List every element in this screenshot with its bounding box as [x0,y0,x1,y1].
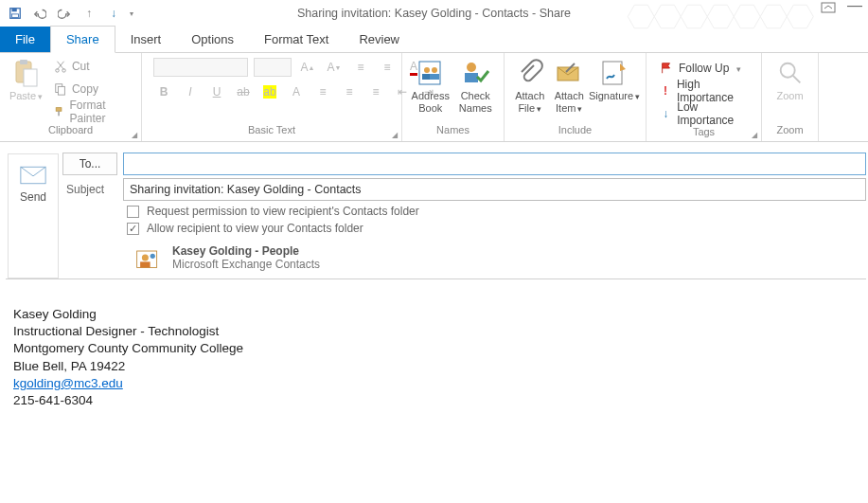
cut-icon [54,60,67,73]
next-item-button[interactable]: ↓ [102,2,125,25]
minimize-button[interactable]: — [845,2,864,16]
svg-point-29 [780,63,794,78]
svg-rect-13 [24,69,37,86]
bullets-button[interactable]: ≡ [350,58,371,77]
ribbon-display-options[interactable] [819,2,838,16]
copy-button[interactable]: Copy [50,79,135,99]
low-importance-button[interactable]: ↓ Low Importance [656,103,752,124]
svg-rect-33 [140,261,151,267]
font-selector[interactable] [153,58,248,77]
tab-insert[interactable]: Insert [115,27,177,52]
envelope-icon [20,166,46,185]
undo-button[interactable] [28,2,51,25]
svg-rect-18 [56,108,62,112]
shrink-font-button[interactable]: A▼ [324,58,345,77]
attach-item-button[interactable]: Attach Item [550,56,590,114]
underline-button[interactable]: U [206,82,227,101]
clear-format-button[interactable]: A [286,82,307,101]
bold-button[interactable]: B [153,82,174,101]
svg-point-34 [151,254,155,259]
strike-button[interactable]: ab [233,82,254,101]
allow-recipient-checkbox[interactable] [127,223,139,235]
signature-icon [599,58,629,88]
svg-rect-8 [12,9,17,12]
allow-recipient-label: Allow recipient to view your Contacts fo… [147,222,363,235]
signature-addr: Blue Bell, PA 19422 [13,358,868,375]
group-basic-text-label: Basic Text [248,124,295,135]
tab-options[interactable]: Options [176,27,249,52]
svg-rect-12 [20,60,27,64]
message-body[interactable]: Kasey Golding Instructional Designer - T… [0,279,868,409]
file-tab[interactable]: File [0,27,50,52]
svg-rect-24 [430,74,439,80]
follow-up-button[interactable]: Follow Up [656,58,752,79]
clipboard-dialog-launcher[interactable]: ◢ [132,131,137,139]
signature-phone: 215-641-6304 [13,392,868,409]
attach-item-icon [554,58,584,88]
svg-point-23 [432,67,437,73]
svg-point-25 [467,63,476,72]
italic-button[interactable]: I [180,82,201,101]
svg-rect-28 [603,62,622,84]
tab-share[interactable]: Share [50,26,115,53]
tab-format-text[interactable]: Format Text [249,27,344,52]
align-left-button[interactable]: ≡ [312,82,333,101]
zoom-icon [775,58,806,88]
follow-up-label: Follow Up [679,62,729,75]
group-include-label: Include [510,124,640,141]
format-painter-button[interactable]: Format Painter [50,101,135,122]
copy-icon [54,82,67,96]
font-size-selector[interactable] [254,58,292,77]
address-book-button[interactable]: Address Book [408,56,453,114]
prev-item-button[interactable]: ↑ [78,2,100,25]
signature-button[interactable]: Signature [589,56,640,102]
low-importance-label: Low Importance [677,100,748,127]
to-button[interactable]: To... [62,153,117,175]
address-book-label: Address Book [410,90,452,114]
tab-review[interactable]: Review [344,27,415,52]
to-input[interactable] [123,153,866,175]
svg-point-32 [142,255,149,261]
paste-button[interactable]: Paste [6,56,46,102]
attach-file-button[interactable]: Attach File [510,56,550,114]
flag-icon [660,62,673,75]
svg-point-21 [424,67,430,73]
exclamation-icon: ! [660,84,671,98]
down-arrow-icon: ↓ [660,107,671,120]
group-names-label: Names [408,124,498,141]
svg-rect-17 [58,86,64,95]
ribbon: Paste Cut Copy Format Painter [0,53,868,142]
format-painter-label: Format Painter [70,99,133,125]
cut-button[interactable]: Cut [50,56,135,77]
zoom-label: Zoom [776,90,803,102]
redo-button[interactable] [53,2,76,25]
people-folder-icon [134,244,161,271]
tags-dialog-launcher[interactable]: ◢ [752,131,757,139]
highlight-button[interactable]: ab [259,82,280,101]
align-right-button[interactable]: ≡ [365,82,386,101]
zoom-button[interactable]: Zoom [768,56,812,102]
send-label: Send [20,190,46,204]
high-importance-button[interactable]: ! High Importance [656,81,752,101]
basic-text-dialog-launcher[interactable]: ◢ [392,131,398,139]
save-button[interactable] [4,2,27,25]
paste-icon [10,58,41,88]
address-book-icon [416,58,446,88]
copy-label: Copy [72,82,98,96]
signature-label: Signature [589,90,633,101]
paste-label: Paste [9,90,36,101]
signature-email-link[interactable]: kgolding@mc3.edu [13,376,123,390]
check-names-button[interactable]: Check Names [453,56,499,114]
numbering-button[interactable]: ≡ [377,58,398,77]
align-center-button[interactable]: ≡ [339,82,360,101]
svg-rect-20 [419,62,440,84]
send-button[interactable]: Send [8,153,59,278]
grow-font-button[interactable]: A▲ [297,58,318,77]
qat-customize-button[interactable]: ▾ [127,2,136,25]
shared-folder-item: Kasey Golding - People Microsoft Exchang… [134,244,866,271]
subject-input[interactable] [123,178,866,201]
check-names-label: Check Names [455,90,497,114]
check-names-icon [460,58,490,88]
request-permission-checkbox[interactable] [127,206,139,218]
shared-folder-title: Kasey Golding - People [172,244,320,258]
